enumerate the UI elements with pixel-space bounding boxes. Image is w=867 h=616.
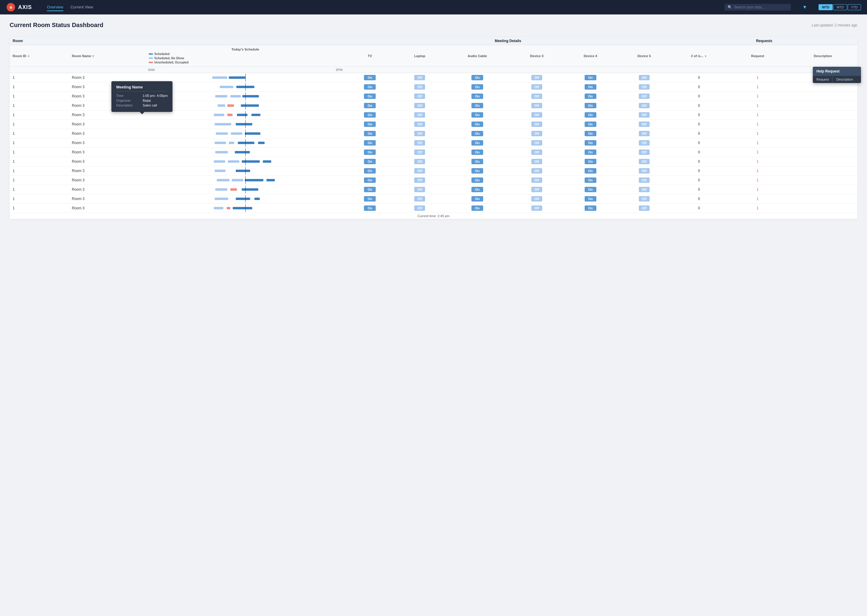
device5-off-button[interactable]: Off: [639, 112, 649, 118]
cell-help-request[interactable]: 1: [727, 92, 788, 101]
tv-on-button[interactable]: On: [364, 187, 376, 192]
device3-off-button[interactable]: Off: [531, 121, 542, 127]
device3-off-button[interactable]: Off: [531, 75, 542, 80]
help-request-link[interactable]: 1: [757, 169, 758, 173]
help-request-link[interactable]: 1: [757, 113, 758, 117]
laptop-off-button[interactable]: Off: [414, 112, 425, 118]
device3-off-button[interactable]: Off: [531, 112, 542, 118]
help-request-link[interactable]: 1: [757, 94, 758, 98]
help-request-link[interactable]: 1: [757, 150, 758, 154]
cell-help-request[interactable]: 1: [727, 167, 788, 176]
tv-on-button[interactable]: On: [364, 178, 376, 183]
laptop-off-button[interactable]: Off: [414, 206, 425, 211]
help-request-link[interactable]: 1: [757, 206, 758, 210]
laptop-off-button[interactable]: Off: [414, 149, 425, 155]
help-request-link[interactable]: 1: [757, 122, 758, 126]
help-request-link[interactable]: 1: [757, 104, 758, 108]
device3-off-button[interactable]: Off: [531, 131, 542, 136]
laptop-off-button[interactable]: Off: [414, 84, 425, 90]
audio-cable-on-button[interactable]: On: [471, 196, 483, 201]
help-request-link[interactable]: 1: [757, 141, 758, 145]
tv-on-button[interactable]: On: [364, 140, 376, 146]
tv-on-button[interactable]: On: [364, 84, 376, 90]
laptop-off-button[interactable]: Off: [414, 140, 425, 146]
col-room-name[interactable]: Room Name ▽: [69, 45, 146, 67]
tv-on-button[interactable]: On: [364, 196, 376, 201]
device5-off-button[interactable]: Off: [639, 187, 649, 192]
col-room-id[interactable]: Room ID ▼: [9, 45, 69, 67]
cell-help-request[interactable]: 1: [727, 194, 788, 204]
audio-cable-on-button[interactable]: On: [471, 206, 483, 211]
wtd-button[interactable]: WTD: [818, 4, 833, 10]
device4-on-button[interactable]: On: [585, 178, 596, 183]
audio-cable-on-button[interactable]: On: [471, 112, 483, 118]
audio-cable-on-button[interactable]: On: [471, 187, 483, 192]
device4-on-button[interactable]: On: [585, 121, 596, 127]
device5-off-button[interactable]: Off: [639, 140, 649, 146]
audio-cable-on-button[interactable]: On: [471, 149, 483, 155]
audio-cable-on-button[interactable]: On: [471, 75, 483, 80]
device3-off-button[interactable]: Off: [531, 140, 542, 146]
tv-on-button[interactable]: On: [364, 94, 376, 99]
device4-on-button[interactable]: On: [585, 149, 596, 155]
tv-on-button[interactable]: On: [364, 149, 376, 155]
device3-off-button[interactable]: Off: [531, 159, 542, 164]
laptop-off-button[interactable]: Off: [414, 178, 425, 183]
help-request-link[interactable]: 1: [757, 132, 758, 136]
cell-help-request[interactable]: 1: [727, 204, 788, 213]
laptop-off-button[interactable]: Off: [414, 131, 425, 136]
audio-cable-on-button[interactable]: On: [471, 84, 483, 90]
help-request-link[interactable]: 1: [757, 85, 758, 89]
tv-on-button[interactable]: On: [364, 103, 376, 108]
cell-help-request[interactable]: 1: [727, 82, 788, 92]
device5-off-button[interactable]: Off: [639, 103, 649, 108]
device5-off-button[interactable]: Off: [639, 149, 649, 155]
filter-icon[interactable]: ▼: [800, 5, 810, 10]
tv-on-button[interactable]: On: [364, 75, 376, 80]
device4-on-button[interactable]: On: [585, 103, 596, 108]
device4-on-button[interactable]: On: [585, 112, 596, 118]
help-request-link[interactable]: 1: [757, 75, 758, 80]
cell-help-request[interactable]: 1: [727, 157, 788, 167]
tv-on-button[interactable]: On: [364, 159, 376, 164]
cell-help-request[interactable]: 1: [727, 176, 788, 185]
audio-cable-on-button[interactable]: On: [471, 94, 483, 99]
device3-off-button[interactable]: Off: [531, 103, 542, 108]
device5-off-button[interactable]: Off: [639, 168, 649, 174]
help-request-link[interactable]: 1: [757, 159, 758, 163]
audio-cable-on-button[interactable]: On: [471, 159, 483, 164]
help-request-link[interactable]: 1: [757, 197, 758, 201]
device4-on-button[interactable]: On: [585, 187, 596, 192]
cell-help-request[interactable]: 1: [727, 110, 788, 120]
audio-cable-on-button[interactable]: On: [471, 103, 483, 108]
device3-off-button[interactable]: Off: [531, 84, 542, 90]
device3-off-button[interactable]: Off: [531, 178, 542, 183]
device3-off-button[interactable]: Off: [531, 196, 542, 201]
laptop-off-button[interactable]: Off: [414, 94, 425, 99]
device4-on-button[interactable]: On: [585, 84, 596, 90]
device3-off-button[interactable]: Off: [531, 149, 542, 155]
device3-off-button[interactable]: Off: [531, 168, 542, 174]
device4-on-button[interactable]: On: [585, 140, 596, 146]
cell-help-request[interactable]: 1: [727, 185, 788, 194]
tv-on-button[interactable]: On: [364, 168, 376, 174]
laptop-off-button[interactable]: Off: [414, 168, 425, 174]
ytd-button[interactable]: YTD: [848, 4, 861, 10]
device3-off-button[interactable]: Off: [531, 206, 542, 211]
audio-cable-on-button[interactable]: On: [471, 121, 483, 127]
laptop-off-button[interactable]: Off: [414, 187, 425, 192]
device5-off-button[interactable]: Off: [639, 159, 649, 164]
laptop-off-button[interactable]: Off: [414, 159, 425, 164]
device5-off-button[interactable]: Off: [639, 206, 649, 211]
device4-on-button[interactable]: On: [585, 75, 596, 80]
device5-off-button[interactable]: Off: [639, 131, 649, 136]
device4-on-button[interactable]: On: [585, 131, 596, 136]
audio-cable-on-button[interactable]: On: [471, 168, 483, 174]
cell-help-request[interactable]: 1: [727, 129, 788, 138]
device4-on-button[interactable]: On: [585, 206, 596, 211]
device4-on-button[interactable]: On: [585, 168, 596, 174]
device4-on-button[interactable]: On: [585, 159, 596, 164]
help-request-link[interactable]: 1: [757, 178, 758, 182]
laptop-off-button[interactable]: Off: [414, 196, 425, 201]
device3-off-button[interactable]: Off: [531, 94, 542, 99]
